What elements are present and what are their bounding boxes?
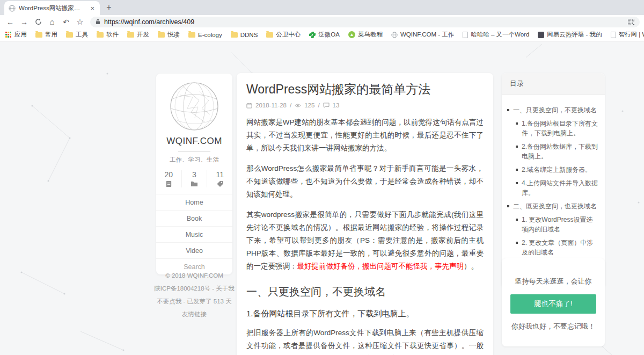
bookmark-folder[interactable]: 悦读 (158, 31, 180, 39)
promo-button[interactable]: 腿也不痛了! (510, 294, 596, 314)
warning-red-text[interactable]: 最好提前做好备份，搬出问题可不能怪我，事先声明 (297, 262, 464, 270)
bookmark-folder[interactable]: 公卫中心 (266, 31, 301, 39)
sidebar-item-video[interactable]: Video (156, 242, 232, 258)
bookmarks-bar: 应用 常用 工具 软件 开发 悦读 E-cology DDNS 公卫中心 泛微O… (0, 28, 644, 41)
toc-title: 目录 (502, 73, 605, 95)
bookmark-folder[interactable]: 常用 (35, 31, 57, 39)
promo-card: 坚持每天来逛逛，会让你 腿也不痛了! 你好我也好，不要忘记哦！ (502, 258, 605, 346)
post-meta: 2018-11-28 / 125 / 13 (246, 102, 484, 108)
toc-card: 目录 一、只更换空间，不更换域名 1.备份网站根目录下所有文件，下载到电脑上。 … (502, 73, 605, 288)
bookmark-haha[interactable]: 哈哈哈 – 又一个Word (463, 31, 529, 39)
paragraph-3: 其实wordpress搬家是很简单的，只需要做好下面几步就能完成(我们这里先讨论… (246, 208, 484, 273)
toc-link[interactable]: 2.域名绑定上新服务器。 (516, 165, 598, 175)
post-date: 2018-11-28 (255, 102, 287, 108)
forward-icon[interactable] (18, 17, 30, 27)
browser-toolbar: https://wqinf.com/archives/409 (0, 15, 644, 28)
url-text: https://wqinf.com/archives/409 (104, 18, 624, 26)
undo-icon[interactable] (60, 17, 72, 27)
folder-icon (66, 32, 73, 38)
bookmark-star-icon[interactable] (74, 17, 86, 27)
divider (178, 151, 210, 152)
views-eye-icon (295, 103, 301, 108)
bookmark-folder[interactable]: 软件 (97, 31, 119, 39)
folder-icon (231, 32, 238, 38)
site-footer: © 2018 WQINF.COM 陕ICP备18004218号 - 关于我 不要… (145, 269, 243, 321)
profile-card: WQINF.COM 工作、学习、生活 20 3 11 (156, 74, 232, 274)
comments-bubble-icon (323, 103, 330, 108)
site-logo-globe-icon (167, 79, 222, 134)
webpage: WQINF.COM 工作、学习、生活 20 3 11 (0, 41, 644, 355)
toc-link[interactable]: 4.上传网站文件并导入数据库。 (516, 178, 598, 198)
image-icon (538, 32, 544, 38)
paragraph-4: 把旧服务器上所有的WordPress文件下载到电脑上来（有些主机提供压缩文件功能… (246, 327, 484, 355)
apps-grid-icon (5, 32, 12, 38)
bookmark-folder[interactable]: E-cology (188, 32, 222, 38)
home-icon[interactable] (46, 17, 58, 27)
bookmark-folder[interactable]: 工具 (66, 31, 88, 39)
bookmark-folder[interactable]: 开发 (127, 31, 149, 39)
toc-link[interactable]: 1. 更改WordPress设置选项内的旧域名 (516, 215, 598, 234)
browser-tab[interactable]: WordPress网站搬家的最简单方法 × (4, 1, 100, 15)
toc-link[interactable]: 2. 更改文章（页面）中涉及的旧域名 (516, 238, 598, 257)
tab-strip: WordPress网站搬家的最简单方法 × + (0, 0, 644, 15)
bookmark-apps[interactable]: 应用 (5, 31, 27, 39)
lock-icon (96, 19, 100, 25)
page-icon (463, 32, 468, 38)
globe-icon (391, 32, 398, 38)
green-flower-icon (309, 32, 316, 38)
post-comments[interactable]: 13 (333, 102, 340, 108)
sidebar-item-home[interactable]: Home (156, 194, 232, 210)
tab-title: WordPress网站搬家的最简单方法 (19, 4, 86, 12)
article-card: WordPress网站搬家的最简单方法 2018-11-28 / 125 / 1… (237, 73, 493, 355)
post-views: 125 (304, 102, 314, 108)
post-body: 网站搬家是WP建站的朋友基本都会遇到的问题，以前觉得这句话有点言过其实，不过当发… (246, 116, 484, 355)
qr-code-icon[interactable] (628, 19, 634, 25)
new-tab-button[interactable]: + (102, 1, 116, 15)
folder-icon (35, 32, 42, 38)
promo-line-1: 坚持每天来逛逛，会让你 (510, 277, 596, 286)
back-icon[interactable] (4, 17, 16, 27)
paragraph-1: 网站搬家是WP建站的朋友基本都会遇到的问题，以前觉得这句话有点言过其实，不过当发… (246, 116, 484, 155)
promo-line-2: 你好我也好，不要忘记哦！ (510, 322, 596, 331)
toc-link[interactable]: 二、既更换空间，也更换域名 (507, 201, 598, 211)
page-icon (611, 32, 616, 38)
bookmark-netease-wall[interactable]: 网易云热评墙 - 我的 (538, 31, 602, 39)
sidebar-item-music[interactable]: Music (156, 226, 232, 242)
stat-tags[interactable]: 11 (207, 170, 232, 187)
friend-links[interactable]: 友情链接 (145, 308, 243, 321)
categories-folder-icon (182, 180, 207, 187)
posts-doc-icon (156, 180, 181, 187)
tab-close-icon[interactable]: × (89, 4, 96, 12)
calendar-icon (246, 103, 252, 108)
bookmark-wqinf[interactable]: WQINF.COM - 工作 (391, 31, 454, 39)
folder-icon (97, 32, 104, 38)
tab-favicon-globe-icon (9, 5, 16, 12)
bookmark-zhixing[interactable]: 智行网 | WordPress (611, 31, 644, 39)
site-tagline: 工作、学习、生活 (156, 156, 232, 164)
bookmark-folder[interactable]: DDNS (231, 32, 258, 38)
sub-heading-1: 1.备份网站根目录下所有文件，下载到电脑上。 (246, 309, 484, 319)
copyright: © 2018 WQINF.COM (145, 269, 243, 282)
green-bird-icon: ▲ (348, 31, 355, 38)
reload-icon[interactable] (32, 17, 44, 27)
folder-icon (127, 32, 134, 38)
site-name: WQINF.COM (156, 136, 232, 147)
stat-categories[interactable]: 3 (182, 170, 208, 187)
folder-icon (266, 32, 273, 38)
tags-icon (207, 180, 232, 187)
toc-link[interactable]: 1.备份网站根目录下所有文件，下载到电脑上。 (516, 119, 598, 138)
toc-link[interactable]: 2.备份网站数据库，下载到电脑上。 (516, 142, 598, 161)
bookmark-runoob[interactable]: ▲菜鸟教程 (348, 31, 383, 39)
paragraph-2: 那么WordPress怎么搬家最简单省事呢？对于新手而言可能是一头雾水，不知道该… (246, 162, 484, 201)
section-heading-1: 一、只更换空间，不更换域名 (246, 285, 484, 299)
toc-link[interactable]: 一、只更换空间，不更换域名 (507, 105, 598, 115)
stat-posts[interactable]: 20 (156, 170, 182, 187)
icp-about-links[interactable]: 陕ICP备18004218号 - 关于我 (145, 282, 243, 295)
site-stats: 20 3 11 (156, 170, 232, 194)
folder-icon (188, 32, 195, 38)
days-links[interactable]: 不要点我 - 已发芽了 513 天 (145, 295, 243, 308)
sidebar-item-book[interactable]: Book (156, 210, 232, 226)
address-bar[interactable]: https://wqinf.com/archives/409 (90, 17, 640, 27)
folder-icon (158, 32, 165, 38)
bookmark-fanwei-oa[interactable]: 泛微OA (309, 31, 340, 39)
